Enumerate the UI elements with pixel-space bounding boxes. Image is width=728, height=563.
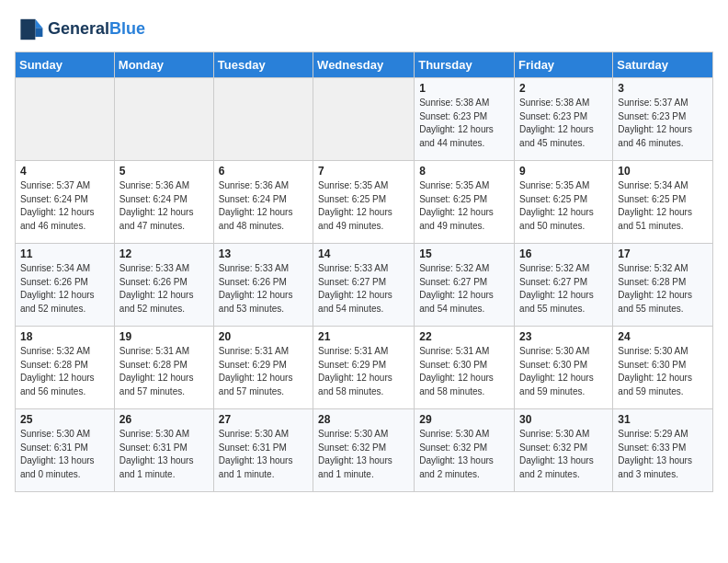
- day-info: Sunrise: 5:31 AM Sunset: 6:29 PM Dayligh…: [219, 345, 308, 398]
- calendar-cell: 14Sunrise: 5:33 AM Sunset: 6:27 PM Dayli…: [313, 244, 415, 327]
- day-info: Sunrise: 5:32 AM Sunset: 6:27 PM Dayligh…: [519, 262, 608, 316]
- day-info: Sunrise: 5:31 AM Sunset: 6:28 PM Dayligh…: [119, 345, 209, 398]
- calendar-cell: 27Sunrise: 5:30 AM Sunset: 6:31 PM Dayli…: [213, 409, 313, 492]
- calendar-cell: 3Sunrise: 5:37 AM Sunset: 6:23 PM Daylig…: [613, 78, 713, 161]
- day-info: Sunrise: 5:37 AM Sunset: 6:23 PM Dayligh…: [618, 97, 708, 150]
- day-number: 25: [20, 413, 109, 426]
- day-number: 21: [318, 330, 409, 343]
- calendar-week-row: 4Sunrise: 5:37 AM Sunset: 6:24 PM Daylig…: [16, 161, 713, 244]
- calendar-cell: 30Sunrise: 5:30 AM Sunset: 6:32 PM Dayli…: [515, 409, 613, 492]
- day-info: Sunrise: 5:30 AM Sunset: 6:31 PM Dayligh…: [119, 428, 209, 481]
- calendar-cell: 20Sunrise: 5:31 AM Sunset: 6:29 PM Dayli…: [213, 327, 313, 409]
- svg-marker-1: [35, 28, 42, 37]
- day-number: 29: [419, 413, 509, 426]
- day-info: Sunrise: 5:35 AM Sunset: 6:25 PM Dayligh…: [419, 179, 509, 233]
- calendar-cell: 9Sunrise: 5:35 AM Sunset: 6:25 PM Daylig…: [515, 161, 613, 244]
- day-info: Sunrise: 5:34 AM Sunset: 6:25 PM Dayligh…: [618, 179, 708, 233]
- day-number: 26: [119, 413, 209, 426]
- calendar-cell: 4Sunrise: 5:37 AM Sunset: 6:24 PM Daylig…: [16, 161, 115, 244]
- calendar-cell: 29Sunrise: 5:30 AM Sunset: 6:32 PM Dayli…: [415, 409, 515, 492]
- day-number: 28: [318, 413, 409, 426]
- day-number: 22: [419, 330, 509, 343]
- day-number: 9: [519, 165, 608, 178]
- calendar-cell: [213, 78, 313, 161]
- calendar-cell: 24Sunrise: 5:30 AM Sunset: 6:30 PM Dayli…: [613, 327, 713, 409]
- day-info: Sunrise: 5:30 AM Sunset: 6:31 PM Dayligh…: [20, 428, 109, 481]
- day-number: 16: [519, 247, 608, 260]
- day-number: 4: [20, 165, 109, 178]
- day-number: 20: [219, 330, 308, 343]
- calendar-cell: 2Sunrise: 5:38 AM Sunset: 6:23 PM Daylig…: [515, 78, 613, 161]
- weekday-header-wednesday: Wednesday: [313, 52, 415, 78]
- calendar-cell: 1Sunrise: 5:38 AM Sunset: 6:23 PM Daylig…: [415, 78, 515, 161]
- calendar-week-row: 1Sunrise: 5:38 AM Sunset: 6:23 PM Daylig…: [16, 78, 713, 161]
- day-number: 1: [419, 82, 509, 95]
- calendar-cell: [313, 78, 415, 161]
- day-number: 31: [618, 413, 708, 426]
- day-number: 27: [219, 413, 308, 426]
- day-info: Sunrise: 5:36 AM Sunset: 6:24 PM Dayligh…: [119, 179, 209, 233]
- day-info: Sunrise: 5:34 AM Sunset: 6:26 PM Dayligh…: [20, 262, 109, 316]
- day-info: Sunrise: 5:30 AM Sunset: 6:32 PM Dayligh…: [318, 428, 409, 481]
- weekday-header-friday: Friday: [515, 52, 613, 78]
- calendar-week-row: 25Sunrise: 5:30 AM Sunset: 6:31 PM Dayli…: [16, 409, 713, 492]
- day-info: Sunrise: 5:29 AM Sunset: 6:33 PM Dayligh…: [618, 428, 708, 481]
- day-number: 8: [419, 165, 509, 178]
- calendar-cell: 17Sunrise: 5:32 AM Sunset: 6:28 PM Dayli…: [613, 244, 713, 327]
- day-number: 23: [519, 330, 608, 343]
- day-info: Sunrise: 5:33 AM Sunset: 6:26 PM Dayligh…: [219, 262, 308, 316]
- calendar-cell: 18Sunrise: 5:32 AM Sunset: 6:28 PM Dayli…: [16, 327, 115, 409]
- calendar-cell: 15Sunrise: 5:32 AM Sunset: 6:27 PM Dayli…: [415, 244, 515, 327]
- day-info: Sunrise: 5:37 AM Sunset: 6:24 PM Dayligh…: [20, 179, 109, 233]
- calendar-cell: 5Sunrise: 5:36 AM Sunset: 6:24 PM Daylig…: [114, 161, 213, 244]
- weekday-header-monday: Monday: [114, 52, 213, 78]
- day-info: Sunrise: 5:32 AM Sunset: 6:27 PM Dayligh…: [419, 262, 509, 316]
- day-info: Sunrise: 5:35 AM Sunset: 6:25 PM Dayligh…: [519, 179, 608, 233]
- calendar-cell: 11Sunrise: 5:34 AM Sunset: 6:26 PM Dayli…: [16, 244, 115, 327]
- calendar-week-row: 18Sunrise: 5:32 AM Sunset: 6:28 PM Dayli…: [16, 327, 713, 409]
- calendar-cell: [16, 78, 115, 161]
- day-info: Sunrise: 5:32 AM Sunset: 6:28 PM Dayligh…: [618, 262, 708, 316]
- calendar-cell: 28Sunrise: 5:30 AM Sunset: 6:32 PM Dayli…: [313, 409, 415, 492]
- day-number: 3: [618, 82, 708, 95]
- calendar-week-row: 11Sunrise: 5:34 AM Sunset: 6:26 PM Dayli…: [16, 244, 713, 327]
- day-number: 19: [119, 330, 209, 343]
- logo: GeneralBlue: [15, 15, 145, 44]
- day-number: 24: [618, 330, 708, 343]
- calendar-cell: 12Sunrise: 5:33 AM Sunset: 6:26 PM Dayli…: [114, 244, 213, 327]
- day-number: 5: [119, 165, 209, 178]
- day-info: Sunrise: 5:35 AM Sunset: 6:25 PM Dayligh…: [318, 179, 409, 233]
- weekday-header-sunday: Sunday: [16, 52, 115, 78]
- calendar-cell: 31Sunrise: 5:29 AM Sunset: 6:33 PM Dayli…: [613, 409, 713, 492]
- weekday-header-row: SundayMondayTuesdayWednesdayThursdayFrid…: [16, 52, 713, 78]
- calendar-cell: 26Sunrise: 5:30 AM Sunset: 6:31 PM Dayli…: [114, 409, 213, 492]
- calendar-cell: 7Sunrise: 5:35 AM Sunset: 6:25 PM Daylig…: [313, 161, 415, 244]
- day-number: 13: [219, 247, 308, 260]
- day-number: 6: [219, 165, 308, 178]
- svg-rect-2: [20, 19, 35, 40]
- calendar-cell: 21Sunrise: 5:31 AM Sunset: 6:29 PM Dayli…: [313, 327, 415, 409]
- calendar-cell: 8Sunrise: 5:35 AM Sunset: 6:25 PM Daylig…: [415, 161, 515, 244]
- calendar-cell: 16Sunrise: 5:32 AM Sunset: 6:27 PM Dayli…: [515, 244, 613, 327]
- calendar-cell: 13Sunrise: 5:33 AM Sunset: 6:26 PM Dayli…: [213, 244, 313, 327]
- day-info: Sunrise: 5:33 AM Sunset: 6:27 PM Dayligh…: [318, 262, 409, 316]
- day-info: Sunrise: 5:30 AM Sunset: 6:30 PM Dayligh…: [618, 345, 708, 398]
- day-number: 18: [20, 330, 109, 343]
- page-header: GeneralBlue: [15, 15, 713, 44]
- day-info: Sunrise: 5:38 AM Sunset: 6:23 PM Dayligh…: [419, 97, 509, 150]
- logo-icon: [15, 15, 44, 44]
- day-info: Sunrise: 5:30 AM Sunset: 6:32 PM Dayligh…: [519, 428, 608, 481]
- day-number: 12: [119, 247, 209, 260]
- day-number: 17: [618, 247, 708, 260]
- day-info: Sunrise: 5:38 AM Sunset: 6:23 PM Dayligh…: [519, 97, 608, 150]
- weekday-header-thursday: Thursday: [415, 52, 515, 78]
- day-number: 2: [519, 82, 608, 95]
- svg-marker-0: [35, 19, 42, 29]
- day-info: Sunrise: 5:31 AM Sunset: 6:29 PM Dayligh…: [318, 345, 409, 398]
- calendar-table: SundayMondayTuesdayWednesdayThursdayFrid…: [15, 52, 713, 492]
- calendar-cell: [114, 78, 213, 161]
- day-info: Sunrise: 5:33 AM Sunset: 6:26 PM Dayligh…: [119, 262, 209, 316]
- calendar-cell: 19Sunrise: 5:31 AM Sunset: 6:28 PM Dayli…: [114, 327, 213, 409]
- day-number: 7: [318, 165, 409, 178]
- day-number: 14: [318, 247, 409, 260]
